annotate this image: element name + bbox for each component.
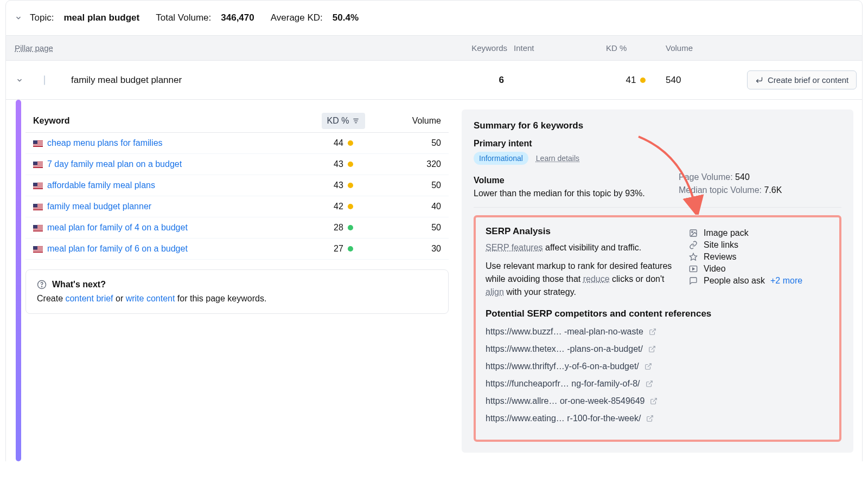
intent-header: Intent xyxy=(514,43,606,53)
svg-line-53 xyxy=(652,346,655,350)
cluster-kd: 41 xyxy=(626,75,646,86)
svg-line-52 xyxy=(652,329,655,332)
external-link-icon xyxy=(648,345,656,353)
kd-cell: 43 xyxy=(311,159,376,169)
serp-feature-item: People also ask +2 more xyxy=(688,276,829,286)
cluster-checkbox[interactable] xyxy=(44,76,71,85)
volume-label: Volume xyxy=(474,176,666,185)
competitor-link[interactable]: https://funcheaporfr… ng-for-family-of-8… xyxy=(486,379,829,389)
total-volume-value: 346,470 xyxy=(221,12,254,23)
external-link-icon xyxy=(646,415,654,422)
svg-rect-14 xyxy=(33,165,43,166)
more-features-link[interactable]: +2 more xyxy=(770,276,802,286)
cluster-keyword-count: 6 xyxy=(459,75,514,86)
kd-cell: 42 xyxy=(311,202,376,211)
serp-feature-item: Site links xyxy=(688,240,829,250)
feature-icon xyxy=(688,264,698,274)
keyword-cell[interactable]: meal plan for family of 4 on a budget xyxy=(33,223,311,233)
svg-rect-8 xyxy=(33,145,43,146)
sort-icon xyxy=(352,117,360,125)
learn-details-link[interactable]: Learn details xyxy=(536,154,579,163)
write-content-link[interactable]: write content xyxy=(126,294,175,303)
table-row: 7 day family meal plan on a budget43320 xyxy=(25,154,449,175)
volume-cell: 50 xyxy=(376,223,441,233)
column-header-row: Pillar page Keywords Intent KD % Volume xyxy=(5,36,863,61)
competitor-link[interactable]: https://www.thriftyf…y-of-6-on-a-budget/ xyxy=(486,362,829,371)
intent-pill: Informational xyxy=(474,152,528,165)
svg-rect-7 xyxy=(33,144,43,145)
help-icon xyxy=(37,280,47,289)
svg-rect-22 xyxy=(33,188,43,188)
chevron-down-icon[interactable] xyxy=(14,13,23,23)
table-row: meal plan for family of 6 on a budget273… xyxy=(25,239,449,260)
flag-icon xyxy=(33,183,43,189)
flag-icon xyxy=(33,162,43,168)
svg-rect-28 xyxy=(33,208,43,208)
chevron-down-icon[interactable] xyxy=(15,75,24,85)
volume-cell: 320 xyxy=(376,159,441,169)
kd-header: KD % xyxy=(606,43,666,53)
table-row: cheap menu plans for families4450 xyxy=(25,133,449,154)
primary-intent-label: Primary intent xyxy=(474,139,841,149)
create-brief-button[interactable]: Create brief or content xyxy=(747,70,857,89)
summary-panel: Summary for 6 keywords Primary intent In… xyxy=(462,109,853,453)
whats-next-body: Create content brief or write content fo… xyxy=(37,294,437,304)
serp-line1: SERP features affect visibility and traf… xyxy=(486,241,678,254)
svg-rect-9 xyxy=(33,140,37,144)
summary-title: Summary for 6 keywords xyxy=(474,120,841,131)
keyword-cell[interactable]: cheap menu plans for families xyxy=(33,138,311,148)
avg-kd-label: Average KD: xyxy=(271,12,323,23)
feature-icon xyxy=(688,228,698,238)
flag-icon xyxy=(33,204,43,210)
svg-line-57 xyxy=(649,416,653,419)
feature-icon xyxy=(688,240,698,250)
avg-kd-value: 50.4% xyxy=(333,12,359,23)
kd-cell: 28 xyxy=(311,223,376,233)
svg-rect-37 xyxy=(33,225,37,229)
svg-rect-29 xyxy=(33,209,43,209)
competitor-link[interactable]: https://www.buzzf… -meal-plan-no-waste xyxy=(486,327,829,337)
external-link-icon xyxy=(649,328,656,336)
svg-rect-23 xyxy=(33,183,37,186)
pillar-page-header[interactable]: Pillar page xyxy=(15,43,459,53)
feature-icon xyxy=(688,252,698,262)
external-link-icon xyxy=(646,380,653,388)
serp-line2: Use relevant markup to rank for desired … xyxy=(486,260,678,299)
median-volume: Median topic Volume: 7.6K xyxy=(679,185,841,195)
competitor-link[interactable]: https://www.eating… r-100-for-the-week/ xyxy=(486,414,829,423)
competitor-link[interactable]: https://www.thetex… -plans-on-a-budget/ xyxy=(486,344,829,354)
svg-point-46 xyxy=(41,286,42,287)
volume-cell: 50 xyxy=(376,181,441,190)
serp-analysis-box: SERP Analysis SERP features affect visib… xyxy=(474,215,841,442)
volume-header: Volume xyxy=(666,43,747,53)
total-volume-label: Total Volume: xyxy=(156,12,211,23)
feature-icon xyxy=(688,276,698,286)
whats-next-card: What's next? Create content brief or wri… xyxy=(25,269,449,314)
svg-line-54 xyxy=(648,364,651,367)
cluster-volume: 540 xyxy=(666,75,747,86)
whats-next-title: What's next? xyxy=(52,280,106,289)
topic-summary-bar: Topic: meal plan budget Total Volume: 34… xyxy=(5,0,863,36)
keyword-cell[interactable]: family meal budget planner xyxy=(33,202,311,211)
page-volume: Page Volume: 540 xyxy=(679,172,841,182)
svg-rect-21 xyxy=(33,186,43,187)
external-link-icon xyxy=(644,363,652,370)
competitor-link[interactable]: https://www.allre… or-one-week-8549649 xyxy=(486,396,829,406)
volume-cell: 30 xyxy=(376,244,441,254)
keyword-cell[interactable]: affordable family meal plans xyxy=(33,181,311,190)
content-brief-link[interactable]: content brief xyxy=(65,294,113,303)
topic-value: meal plan budget xyxy=(63,12,139,23)
serp-title: SERP Analysis xyxy=(486,226,678,237)
svg-line-55 xyxy=(648,381,652,384)
svg-rect-15 xyxy=(33,166,43,167)
table-row: affordable family meal plans4350 xyxy=(25,175,449,196)
cluster-title[interactable]: family meal budget planner xyxy=(71,75,459,86)
kd-col-header[interactable]: KD % xyxy=(322,113,366,129)
keyword-cell[interactable]: 7 day family meal plan on a budget xyxy=(33,159,311,169)
svg-rect-30 xyxy=(33,204,37,208)
flag-icon xyxy=(33,225,43,231)
keyword-cell[interactable]: meal plan for family of 6 on a budget xyxy=(33,244,311,254)
competitors-title: Potential SERP competitors and content r… xyxy=(486,308,829,319)
keyword-col-header: Keyword xyxy=(33,116,311,126)
kd-cell: 44 xyxy=(311,138,376,148)
